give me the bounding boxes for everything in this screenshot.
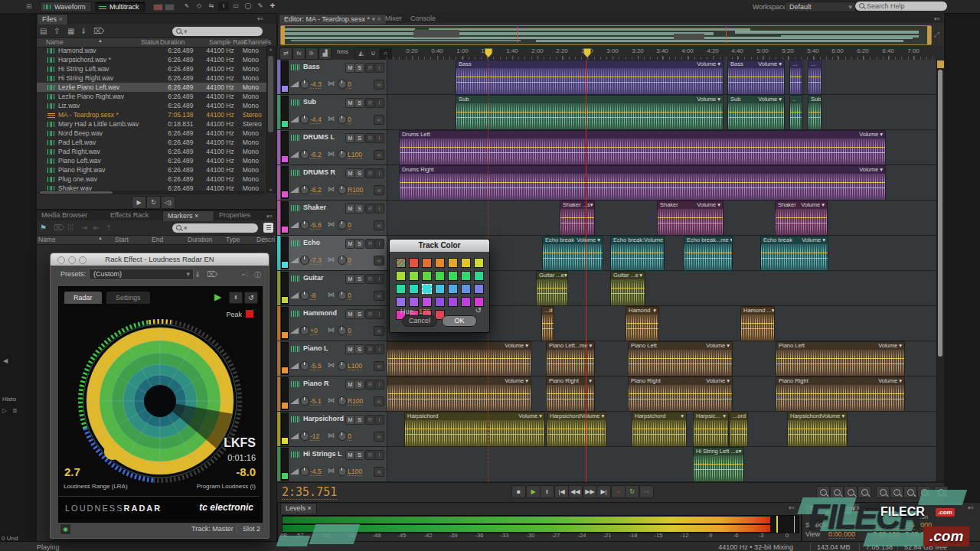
- volume-knob[interactable]: [300, 150, 309, 159]
- search-help-input[interactable]: Search Help: [855, 2, 947, 11]
- effect-power-toggle[interactable]: ◉: [60, 523, 71, 535]
- clip-header[interactable]: Echo break Volume ▾: [543, 236, 603, 244]
- markers-search-input[interactable]: ▾: [172, 223, 258, 233]
- view-end-value[interactable]: 7:05.138: [873, 530, 900, 539]
- clip-header[interactable]: Volume ▾: [387, 377, 531, 385]
- file-row[interactable]: Nord Beep.wav 6:26.489 44100 Hz Mono: [37, 129, 266, 138]
- tracks-vertical-scrollbar[interactable]: [936, 60, 945, 484]
- track-color-strip[interactable]: [277, 412, 280, 446]
- track-header[interactable]: Shaker M S R I -5.8 ⋈ 0 ∞: [277, 201, 387, 236]
- solo-button[interactable]: S: [354, 98, 364, 108]
- audio-clip[interactable]: Piano Right Volume ▾: [628, 377, 733, 412]
- monitor-input-button[interactable]: I: [374, 133, 384, 143]
- volume-envelope-line[interactable]: [560, 217, 594, 218]
- color-swatch[interactable]: [474, 258, 484, 268]
- pan-envelope-line[interactable]: [405, 434, 544, 435]
- volume-envelope-line[interactable]: [626, 323, 658, 324]
- pitch-display-toggle-icon[interactable]: [165, 4, 175, 11]
- volume-value[interactable]: -7.3: [310, 256, 322, 265]
- info-icon[interactable]: ⓘ: [254, 270, 261, 280]
- delete-preset-icon[interactable]: ⌦: [207, 270, 217, 279]
- transport-button[interactable]: ▶|: [596, 485, 611, 498]
- volume-envelope-line[interactable]: [547, 429, 606, 429]
- volume-envelope-line[interactable]: [547, 393, 594, 394]
- selection-duration-value[interactable]: 0:00.000: [905, 521, 932, 530]
- column-header[interactable]: Duration: [160, 38, 185, 46]
- clip-envelope-selector[interactable]: Volume ▾: [758, 60, 782, 68]
- volume-envelope-line[interactable]: [632, 429, 686, 429]
- audio-clip[interactable]: Hamond ... ▾: [740, 306, 775, 341]
- volume-envelope-line[interactable]: [684, 253, 732, 253]
- track-name[interactable]: DRUMS R: [303, 168, 335, 176]
- track-color-chip[interactable]: [281, 296, 289, 304]
- pan-envelope-line[interactable]: [547, 434, 606, 435]
- track-color-chip[interactable]: [281, 261, 289, 269]
- transport-button[interactable]: ◀◀: [568, 485, 583, 498]
- volume-envelope-line[interactable]: [387, 358, 531, 359]
- pan-value[interactable]: R100: [348, 186, 363, 194]
- tool-button[interactable]: I: [218, 2, 229, 11]
- scroll-down-icon[interactable]: ▼: [269, 187, 273, 192]
- files-toolbar-icon[interactable]: ⇪: [54, 27, 60, 35]
- volume-envelope-line[interactable]: [694, 429, 728, 429]
- pan-envelope-line[interactable]: [542, 328, 554, 329]
- panel-tab[interactable]: Properties: [214, 210, 271, 220]
- track-color-chip[interactable]: [281, 331, 289, 339]
- track-color-strip[interactable]: [277, 95, 280, 129]
- solo-button[interactable]: S: [354, 415, 364, 425]
- file-row[interactable]: Harpsichord.wav * 6:26.489 44100 Hz Mono: [37, 55, 266, 64]
- clip-header[interactable]: ...: [790, 60, 802, 68]
- audio-clip[interactable]: Shaker ...s ▾: [560, 201, 595, 236]
- editor-panel-menu-icon[interactable]: ▾≡: [934, 16, 940, 22]
- file-row[interactable]: Liz.wav 6:26.489 44100 Hz Mono: [37, 101, 266, 110]
- audio-clip[interactable]: Harpsichord ▾: [632, 412, 687, 447]
- audio-clip[interactable]: Piano Right Volume ▾: [776, 377, 905, 412]
- clip-envelope-selector[interactable]: ▾: [589, 377, 592, 385]
- clip-header[interactable]: Piano Left Volume ▾: [776, 342, 904, 350]
- clip-header[interactable]: Volume ▾: [387, 342, 531, 350]
- track-name[interactable]: Shaker: [303, 204, 326, 211]
- chevron-down-icon[interactable]: ▾: [371, 15, 375, 23]
- monitor-input-button[interactable]: I: [374, 239, 384, 249]
- track-color-strip[interactable]: [277, 306, 280, 341]
- track-color-chip[interactable]: [281, 120, 289, 128]
- color-swatch[interactable]: [448, 271, 458, 281]
- panel-tab[interactable]: Effects Rack: [106, 210, 170, 220]
- volume-envelope-line[interactable]: [658, 217, 723, 218]
- clip-envelope-selector[interactable]: Volume ▾: [697, 60, 720, 68]
- color-swatch[interactable]: [435, 271, 445, 281]
- zoom-button[interactable]: [934, 486, 948, 498]
- color-swatch[interactable]: [461, 271, 471, 281]
- clip-envelope-selector[interactable]: Volume ▾: [801, 201, 825, 209]
- clip-header[interactable]: Harpsichord ▾: [632, 412, 686, 420]
- track-color-strip[interactable]: [277, 447, 280, 481]
- monitor-input-button[interactable]: I: [374, 309, 384, 319]
- track-name[interactable]: DRUMS L: [303, 133, 335, 141]
- clip-header[interactable]: Sub: [808, 96, 821, 103]
- selection-panel-menu-icon[interactable]: ▾≡: [968, 505, 974, 511]
- track-name[interactable]: Bass: [303, 63, 320, 70]
- track-color-strip[interactable]: [277, 130, 280, 165]
- tool-button[interactable]: ▭: [230, 2, 241, 11]
- pan-envelope-line[interactable]: [728, 117, 784, 118]
- track-header[interactable]: DRUMS R M S R I -6.2 ⋈ R100 ∞: [277, 165, 387, 201]
- link-icon[interactable]: ∞: [374, 361, 384, 371]
- clip-header[interactable]: Echo break ...me ▾: [684, 236, 732, 244]
- audio-clip[interactable]: Sub: [808, 95, 822, 130]
- clip-header[interactable]: Sub Volume ▾: [728, 96, 784, 103]
- volume-envelope-line[interactable]: [808, 112, 821, 112]
- playhead[interactable]: [586, 60, 586, 482]
- overview-right-handle[interactable]: [927, 26, 931, 44]
- tab-console[interactable]: Console: [406, 14, 440, 24]
- clip-envelope-selector[interactable]: Volume ▾: [878, 377, 902, 385]
- file-row[interactable]: Lezlie Piano Left.wav 6:26.489 44100 Hz …: [37, 83, 266, 92]
- preview-transport-button[interactable]: ↻: [146, 196, 161, 209]
- tool-button[interactable]: ⇆: [206, 2, 217, 11]
- clip-header[interactable]: Piano Right Volume ▾: [776, 377, 904, 385]
- clip-envelope-selector[interactable]: ▾: [564, 272, 567, 279]
- column-header[interactable]: Sample Rate: [209, 38, 247, 46]
- monitor-input-button[interactable]: I: [374, 63, 384, 73]
- volume-value[interactable]: -4.5: [310, 468, 322, 476]
- window-close-icon[interactable]: [57, 256, 65, 264]
- pan-knob[interactable]: [338, 115, 347, 124]
